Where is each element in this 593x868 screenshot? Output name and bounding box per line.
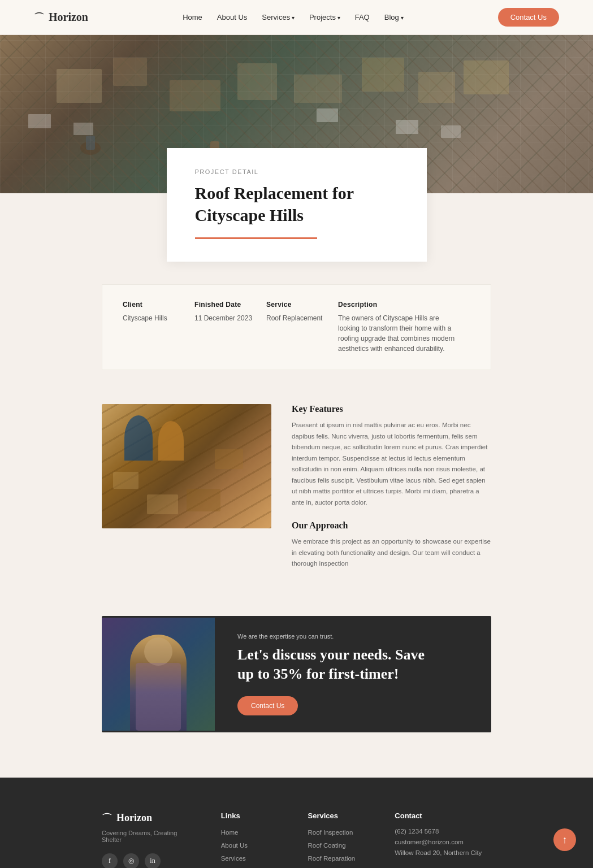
details-section: Client Cityscape Hills Finished Date 11 … — [0, 262, 593, 393]
svg-rect-22 — [136, 663, 181, 731]
nav-home[interactable]: Home — [183, 13, 202, 21]
svg-rect-15 — [441, 125, 461, 138]
client-value: Cityscape Hills — [123, 313, 183, 323]
client-label: Client — [123, 301, 183, 309]
content-text: Key Features Praesent ut ipsum in nisl m… — [292, 404, 491, 582]
description-value: The owners of Cityscape Hills are lookin… — [338, 313, 459, 354]
detail-date: Finished Date 11 December 2023 — [194, 301, 266, 354]
nav-faq[interactable]: FAQ — [355, 13, 370, 21]
project-title: Roof Replacement for Cityscape Hills — [195, 182, 399, 226]
svg-rect-7 — [464, 60, 509, 94]
service-value: Roof Replacement — [266, 313, 327, 323]
svg-rect-12 — [28, 114, 51, 128]
detail-description: Description The owners of Cityscape Hill… — [338, 301, 470, 354]
project-label: PROJECT DETAIL — [195, 168, 399, 175]
project-card-wrapper: PROJECT DETAIL Roof Replacement for City… — [0, 148, 593, 262]
footer-service-coating[interactable]: Roof Coating — [308, 841, 373, 850]
footer-phone: (62) 1234 5678 — [395, 828, 491, 835]
svg-rect-2 — [170, 80, 220, 111]
cta-image — [102, 618, 215, 731]
footer-contact-col: Contact (62) 1234 5678 customer@horizon.… — [395, 811, 491, 868]
cta-image-svg — [102, 618, 215, 731]
cta-headline: Let's discuss your needs. Save up to 35%… — [237, 645, 469, 684]
nav-blog[interactable]: Blog — [384, 13, 404, 21]
footer-services-col: Services Roof Inspection Roof Coating Ro… — [308, 811, 373, 868]
facebook-icon[interactable]: f — [102, 853, 118, 868]
footer-logo-icon: ⌒ — [102, 811, 112, 825]
svg-rect-18 — [147, 494, 178, 514]
svg-rect-17 — [187, 489, 220, 511]
features-body: Praesent ut ipsum in nisl mattis pulvina… — [292, 420, 491, 508]
svg-rect-4 — [294, 75, 342, 103]
content-image — [102, 404, 271, 528]
footer-tagline: Covering Dreams, Creating Shelter — [102, 830, 198, 843]
project-card-divider — [195, 237, 399, 239]
footer: ⌒ Horizon Covering Dreams, Creating Shel… — [0, 778, 593, 868]
nav-projects[interactable]: Projects — [309, 13, 340, 21]
footer-service-reparation[interactable]: Roof Reparation — [308, 854, 373, 863]
detail-client: Client Cityscape Hills — [123, 301, 194, 354]
footer-contact-title: Contact — [395, 811, 491, 820]
footer-links-title: Links — [221, 811, 285, 820]
instagram-icon[interactable]: ◎ — [123, 853, 139, 868]
svg-rect-20 — [113, 472, 138, 489]
footer-services-title: Services — [308, 811, 373, 820]
footer-services-list: Roof Inspection Roof Coating Roof Repara… — [308, 828, 373, 868]
nav-about[interactable]: About Us — [217, 13, 247, 21]
svg-rect-14 — [396, 120, 418, 134]
detail-service: Service Roof Replacement — [266, 301, 338, 354]
date-label: Finished Date — [194, 301, 255, 309]
approach-body: We embrace this project as an opportunit… — [292, 536, 491, 570]
footer-links-col: Links Home About Us Services Projects FA… — [221, 811, 285, 868]
date-value: 11 December 2023 — [194, 313, 255, 323]
footer-brand: ⌒ Horizon — [102, 811, 198, 825]
navbar: ⌒ Horizon Home About Us Services Project… — [0, 0, 593, 35]
brand-logo[interactable]: ⌒ Horizon — [34, 11, 88, 24]
cta-banner: We are the expertise you can trust. Let'… — [102, 616, 491, 732]
cta-section: We are the expertise you can trust. Let'… — [0, 616, 593, 778]
footer-links-list: Home About Us Services Projects FAQ — [221, 828, 285, 868]
footer-grid: ⌒ Horizon Covering Dreams, Creating Shel… — [102, 811, 491, 868]
approach-title: Our Approach — [292, 520, 491, 531]
footer-link-home[interactable]: Home — [221, 828, 285, 837]
footer-link-about[interactable]: About Us — [221, 841, 285, 850]
nav-services[interactable]: Services — [262, 13, 295, 21]
content-section: Key Features Praesent ut ipsum in nisl m… — [0, 393, 593, 616]
svg-point-21 — [144, 637, 172, 666]
nav-links: Home About Us Services Projects FAQ Blog — [183, 13, 403, 21]
svg-rect-13 — [73, 123, 93, 135]
service-label: Service — [266, 301, 327, 309]
logo-icon: ⌒ — [34, 11, 44, 24]
details-bar: Client Cityscape Hills Finished Date 11 … — [102, 284, 491, 370]
svg-rect-3 — [237, 63, 277, 100]
footer-address: Willow Road 20, Northern City — [395, 849, 491, 856]
svg-rect-1 — [113, 58, 147, 86]
svg-rect-19 — [215, 449, 243, 469]
footer-service-inspection[interactable]: Roof Inspection — [308, 828, 373, 837]
nav-contact-button[interactable]: Contact Us — [498, 8, 559, 27]
brand-name: Horizon — [49, 11, 88, 24]
footer-link-services[interactable]: Services — [221, 854, 285, 863]
footer-socials: f ◎ in — [102, 853, 198, 868]
cta-contact-button[interactable]: Contact Us — [237, 696, 298, 715]
project-card: PROJECT DETAIL Roof Replacement for City… — [167, 148, 427, 262]
scroll-to-top-button[interactable]: ↑ — [553, 828, 576, 851]
description-label: Description — [338, 301, 459, 309]
footer-email: customer@horizon.com — [395, 839, 491, 845]
svg-rect-6 — [418, 72, 455, 103]
linkedin-icon[interactable]: in — [145, 853, 161, 868]
cta-content: We are the expertise you can trust. Let'… — [215, 616, 491, 732]
features-title: Key Features — [292, 404, 491, 414]
svg-rect-5 — [362, 58, 404, 92]
content-image-svg — [102, 404, 271, 528]
cta-tag: We are the expertise you can trust. — [237, 633, 469, 640]
footer-brand-col: ⌒ Horizon Covering Dreams, Creating Shel… — [102, 811, 198, 868]
svg-rect-16 — [317, 108, 338, 122]
svg-rect-0 — [57, 69, 102, 103]
